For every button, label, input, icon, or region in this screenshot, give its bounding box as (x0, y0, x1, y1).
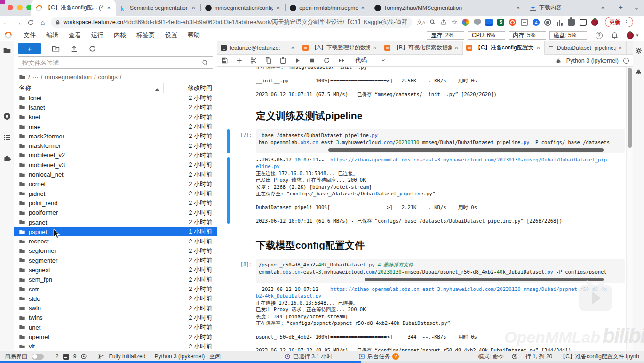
tab-close-icon[interactable]: × (359, 4, 366, 11)
debugger-sidebar-icon[interactable] (635, 68, 643, 76)
notifications-bell-icon[interactable] (611, 32, 618, 39)
dock-tab[interactable]: 【A】下载整理好的数据集. × (299, 41, 381, 54)
scrollbar-thumb[interactable] (328, 148, 603, 152)
tab-close-icon[interactable]: × (275, 4, 281, 11)
file-list-item[interactable]: icnet 2 小时前 (14, 93, 217, 103)
upload-icon[interactable] (70, 45, 78, 53)
chrome-update-button[interactable]: 更新 ⋮ (605, 17, 633, 27)
file-list-item[interactable]: mask2former 2 小时前 (14, 131, 217, 141)
bookmark-star-icon[interactable]: ☆ (451, 18, 457, 26)
horizontal-scrollbar[interactable] (260, 278, 621, 281)
browser-tab[interactable]: Semantic segmentation of aeri × (116, 0, 200, 16)
notebook-content[interactable]: 正在保存至: “mmseg/datasets/__init__.py” __in… (217, 67, 626, 351)
file-list-item[interactable]: setr 2 小时前 (14, 284, 217, 294)
cell-type-chevron-icon[interactable] (381, 58, 386, 63)
extension-icon[interactable] (544, 19, 551, 26)
file-list-item[interactable]: pidnet 2 小时前 (14, 189, 217, 198)
background-tasks-label[interactable]: 后台任务 (367, 353, 390, 361)
kernel-name[interactable]: Python 3 (ipykernel) (566, 57, 619, 64)
share-icon[interactable] (440, 19, 447, 25)
file-list-item[interactable]: stdc 2 小时前 (14, 294, 217, 303)
code-editor[interactable]: _base_/datasets/DubaiDataset_pipeline.py… (256, 129, 625, 153)
file-list-item[interactable]: twins 2 小时前 (14, 313, 217, 323)
output-url-link[interactable]: https://zihao-openmmlab.obs.cn-east-3.my… (330, 286, 607, 292)
breadcrumb-item[interactable]: / (94, 73, 96, 81)
file-list-item[interactable]: maskformer 2 小时前 (14, 141, 217, 150)
breadcrumb-item[interactable]: configs (98, 73, 118, 81)
browser-tab[interactable]: mmsegmentation/configs/pspn × (200, 0, 285, 16)
file-list-item[interactable]: isanet 2 小时前 (14, 103, 217, 112)
file-list-item[interactable]: resnest 2 小时前 (14, 236, 217, 246)
extension-manager-icon[interactable] (3, 154, 11, 163)
back-button[interactable]: ← (0, 18, 12, 26)
tab-close-icon[interactable]: × (190, 4, 197, 11)
copy-cells-icon[interactable] (265, 57, 272, 65)
extension-icon[interactable] (556, 19, 563, 26)
output-url-link[interactable]: b2-40k_DubaiDataset.py (256, 293, 321, 298)
simple-interface-toggle[interactable] (32, 354, 44, 360)
help-badge[interactable]: ? (392, 353, 399, 360)
tab-search-chevron-icon[interactable] (634, 6, 639, 11)
dock-tab-close-icon[interactable]: × (535, 44, 541, 51)
extension-icon[interactable] (591, 19, 598, 26)
file-list-item[interactable]: upernet 2 小时前 (14, 332, 217, 341)
file-list-item[interactable]: swin 2 小时前 (14, 304, 217, 313)
help-icon[interactable]: ? (596, 32, 603, 39)
file-browser-icon[interactable] (3, 47, 11, 55)
insert-cell-icon[interactable] (236, 57, 243, 65)
browser-tab[interactable]: TommyZihao/MMSegmentation × (370, 0, 525, 16)
menu-item[interactable]: 编辑 (41, 31, 64, 40)
debugger-bug-icon[interactable] (555, 57, 562, 64)
file-list-item[interactable]: sem_fpn 2 小时前 (14, 275, 217, 284)
close-window-button[interactable] (8, 5, 13, 10)
dock-tab-close-icon[interactable]: × (453, 44, 459, 51)
file-list-item[interactable]: mobilenet_v2 2 小时前 (14, 151, 217, 160)
extension-icon[interactable] (533, 19, 540, 26)
file-filter-input[interactable] (22, 59, 202, 66)
run-cell-icon[interactable] (294, 57, 302, 65)
restart-run-all-icon[interactable] (338, 57, 345, 65)
kernel-status-icon[interactable] (623, 58, 629, 64)
cursor-position[interactable]: 行 1, 列 20 (525, 353, 552, 361)
file-list-item[interactable]: mobilenet_v3 2 小时前 (14, 160, 217, 169)
column-header-name[interactable]: 名称 (19, 84, 31, 92)
window-controls[interactable] (8, 5, 32, 10)
mode-indicator[interactable]: 模式: 命令 (478, 353, 504, 361)
extension-icon[interactable] (580, 19, 587, 26)
file-list-item[interactable]: psanet 2 小时前 (14, 218, 217, 227)
paste-cells-icon[interactable] (279, 57, 287, 65)
notifications-off-icon[interactable] (511, 353, 518, 360)
menu-item[interactable]: 运行 (86, 31, 109, 40)
forward-button[interactable]: → (12, 18, 24, 26)
file-list-item[interactable]: segmenter 2 小时前 (14, 256, 217, 265)
breadcrumb-item[interactable]: / (41, 73, 43, 81)
save-icon[interactable] (221, 57, 229, 65)
output-url-link[interactable]: eline.py (256, 163, 280, 169)
scrollbar-thumb[interactable] (628, 68, 632, 148)
file-list-item[interactable]: nonlocal_net 2 小时前 (14, 169, 217, 179)
sort-ascending-icon[interactable] (155, 86, 159, 91)
extension-icon[interactable] (474, 19, 481, 26)
stop-kernel-icon[interactable] (309, 57, 316, 65)
running-sessions-icon[interactable] (3, 112, 11, 121)
vertical-scrollbar[interactable] (626, 67, 633, 351)
menu-item[interactable]: 内核 (109, 31, 131, 40)
extension-icon[interactable] (462, 19, 469, 26)
video-progress-bar[interactable] (0, 361, 644, 363)
file-list-item[interactable]: unet 2 小时前 (14, 323, 217, 332)
browser-tab[interactable]: 【C】准备config配... (4) - Jupy × (31, 0, 116, 16)
file-list-item[interactable]: pspnet 1 小时前 (14, 227, 217, 236)
browser-tab[interactable]: 下载内容 × (525, 0, 610, 16)
code-editor[interactable]: /pspnet_r50-d8_4xb2-40k_DubaiDataset.py … (256, 259, 625, 283)
file-list-item[interactable]: knet 2 小时前 (14, 113, 217, 122)
breadcrumb-item[interactable]: / (28, 73, 30, 81)
kernel-status-label[interactable]: Python 3 (ipykernel) | 空闲 (154, 353, 221, 361)
dock-tab[interactable]: 【C】准备config配置文件. × (463, 41, 545, 55)
extension-icon[interactable] (568, 19, 575, 26)
extension-icon[interactable] (497, 19, 504, 26)
column-header-modified[interactable]: 修改时间 (188, 84, 212, 92)
file-filter-box[interactable] (18, 56, 213, 69)
kernel-count[interactable]: 9 (73, 353, 77, 360)
file-list-item[interactable]: vit 2 小时前 (14, 342, 217, 351)
file-list-item[interactable]: segnext 2 小时前 (14, 265, 217, 274)
